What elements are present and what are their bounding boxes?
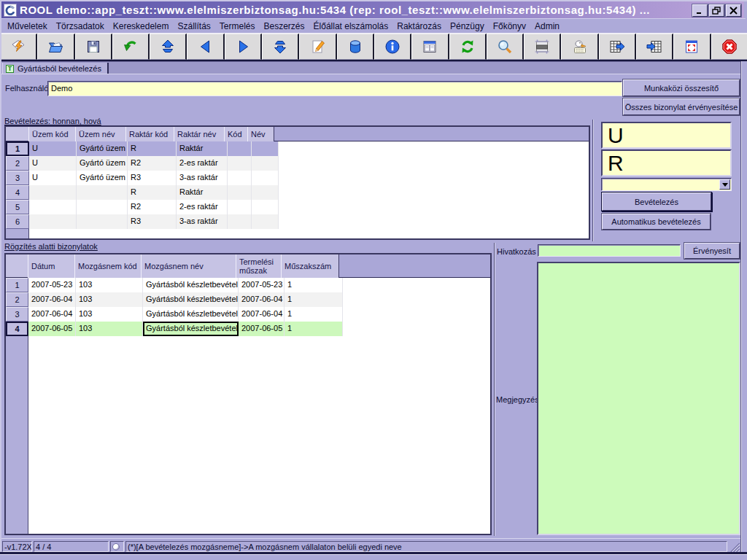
grid-cell[interactable]	[252, 214, 279, 229]
grid-cell[interactable]	[29, 185, 77, 200]
source-destination-grid[interactable]: Üzem kódÜzem névRaktár kódRaktár névKódN…	[4, 125, 590, 240]
grid-row-2[interactable]: 22007-06-04103Gyártásból készletbevétel2…	[6, 292, 343, 307]
grid-cell[interactable]: R3	[128, 171, 177, 185]
menu-item--l-llat-elsz-mol-s[interactable]: Élőállat elszámolás	[309, 19, 393, 34]
grid-cell[interactable]: R2	[128, 200, 177, 214]
column-header[interactable]: Raktár név	[174, 127, 225, 141]
row-number-3[interactable]: 3	[6, 307, 28, 322]
grid-cell[interactable]	[77, 200, 128, 214]
toolbar-button-first-record[interactable]	[150, 34, 187, 60]
grid-cell[interactable]: Gyártó üzem	[77, 156, 128, 171]
grid-cell[interactable]: Gyártó üzem	[77, 171, 128, 185]
grid-cell[interactable]: 2-es raktár	[177, 200, 228, 214]
toolbar-button-info[interactable]	[374, 34, 411, 60]
target-combo[interactable]	[601, 178, 732, 191]
column-header[interactable]: Név	[247, 127, 274, 141]
note-textarea[interactable]	[537, 262, 740, 535]
toolbar-button-last-record[interactable]	[262, 34, 299, 60]
grid-cell[interactable]: R3	[128, 214, 177, 229]
menu-item-termel-s[interactable]: Termelés	[215, 19, 260, 34]
column-header[interactable]: Üzem név	[75, 127, 126, 141]
column-header[interactable]: Üzem kód	[28, 127, 76, 141]
grid-cell[interactable]: 2007-06-04	[239, 292, 285, 307]
menu-item-f-k-nyv[interactable]: Főkönyv	[489, 19, 530, 34]
grid-cell[interactable]: 103	[76, 322, 143, 336]
menu-item-m-veletek[interactable]: Műveletek	[3, 19, 52, 34]
column-header[interactable]: Mozgásnem név	[141, 254, 236, 278]
grid-row-1[interactable]: 1UGyártó üzemRRaktár	[6, 141, 279, 156]
grid-row-1[interactable]: 12007-05-23103Gyártásból készletbevétel2…	[6, 278, 343, 292]
osszes-bizonylat-button[interactable]: Összes bizonylat érvényesítése	[623, 98, 740, 115]
toolbar-button-save-floppy[interactable]	[75, 34, 112, 60]
grid-cell[interactable]: 1	[285, 307, 343, 322]
row-number-2[interactable]: 2	[6, 292, 28, 307]
grid-cell[interactable]: U	[29, 141, 77, 156]
column-header[interactable]: Raktár kód	[125, 127, 174, 141]
row-number-4[interactable]: 4	[6, 185, 29, 200]
toolbar-button-fit-window[interactable]	[673, 34, 711, 60]
grid-cell[interactable]	[228, 185, 252, 200]
toolbar-button-data-entry[interactable]	[561, 34, 598, 60]
grid-cell[interactable]: 103	[76, 292, 143, 307]
grid-row-4[interactable]: 4RRaktár	[6, 185, 279, 200]
grid-cell[interactable]: 103	[76, 307, 143, 322]
grid-cell[interactable]: 1	[285, 322, 343, 336]
row-number-1[interactable]: 1	[6, 141, 29, 156]
toolbar-button-record-band[interactable]	[524, 34, 561, 60]
column-header[interactable]: Dátum	[28, 254, 75, 278]
grid-cell[interactable]: 2007-05-23	[28, 278, 76, 292]
grid-cell[interactable]	[252, 171, 279, 185]
ervenyesit-button[interactable]: Érvényesít	[684, 243, 740, 259]
row-number-2[interactable]: 2	[6, 156, 29, 171]
toolbar-button-search[interactable]	[487, 34, 524, 60]
menu-item-admin[interactable]: Admin	[530, 19, 564, 34]
toolbar-button-next-record[interactable]	[225, 34, 262, 60]
munkakozi-osszesito-button[interactable]: Munkaközi összesítő	[623, 79, 740, 96]
close-button[interactable]	[726, 4, 741, 17]
column-header[interactable]: Mozgásnem kód	[74, 254, 142, 278]
grid-cell[interactable]	[29, 200, 77, 214]
grid-row-5[interactable]: 5R22-es raktár	[6, 200, 279, 214]
menu-item-kereskedelem[interactable]: Kereskedelem	[109, 19, 174, 34]
toolbar-button-table-export[interactable]	[599, 34, 636, 60]
toolbar-button-undo-arrow[interactable]	[112, 34, 150, 60]
toolbar-button-refresh[interactable]	[449, 34, 487, 60]
toolbar-button-previous-record[interactable]	[187, 34, 224, 60]
minimize-button[interactable]	[692, 4, 708, 17]
row-number-6[interactable]: 6	[6, 214, 29, 229]
grid-cell[interactable]: R2	[128, 156, 177, 171]
grid-cell[interactable]: 2-es raktár	[177, 156, 228, 171]
grid-cell[interactable]: U	[29, 171, 77, 185]
grid-cell[interactable]	[252, 185, 279, 200]
grid-cell[interactable]: 2007-06-04	[28, 292, 76, 307]
grid-cell[interactable]: R	[128, 141, 177, 156]
grid-cell[interactable]: Gyártásból készletbevétel	[143, 307, 239, 322]
raktar-code-input[interactable]: R	[601, 149, 732, 176]
combo-dropdown-button[interactable]	[719, 179, 730, 190]
grid-cell[interactable]: 3-as raktár	[177, 214, 228, 229]
grid-cell[interactable]: Gyártásból készletbevétel	[143, 278, 239, 292]
grid-cell[interactable]: 2007-06-05	[28, 322, 76, 336]
toolbar-button-database[interactable]	[337, 34, 374, 60]
grid-cell[interactable]	[228, 200, 252, 214]
grid-cell[interactable]: U	[29, 156, 77, 171]
user-input[interactable]: Demo	[47, 81, 622, 96]
toolbar-button-connect-flash[interactable]	[0, 34, 37, 60]
grid-cell[interactable]: 2007-06-04	[28, 307, 76, 322]
uzem-code-input[interactable]: U	[601, 122, 732, 149]
menu-item-p-nz-gy[interactable]: Pénzügy	[446, 19, 489, 34]
grid-cell[interactable]	[228, 171, 252, 185]
toolbar-button-form-window[interactable]	[411, 34, 449, 60]
column-header[interactable]: Kód	[224, 127, 248, 141]
grid-cell[interactable]	[228, 156, 252, 171]
grid-cell[interactable]	[252, 200, 279, 214]
reference-input[interactable]	[538, 244, 681, 257]
grid-cell[interactable]	[29, 214, 77, 229]
toolbar-button-edit-pencil[interactable]	[299, 34, 336, 60]
grid-cell[interactable]: Gyártó üzem	[77, 141, 128, 156]
grid-cell[interactable]: 3-as raktár	[177, 171, 228, 185]
row-number-3[interactable]: 3	[6, 171, 29, 185]
grid-cell[interactable]	[252, 141, 279, 156]
toolbar-button-table-import[interactable]	[636, 34, 673, 60]
grid-cell[interactable]: Raktár	[177, 141, 228, 156]
